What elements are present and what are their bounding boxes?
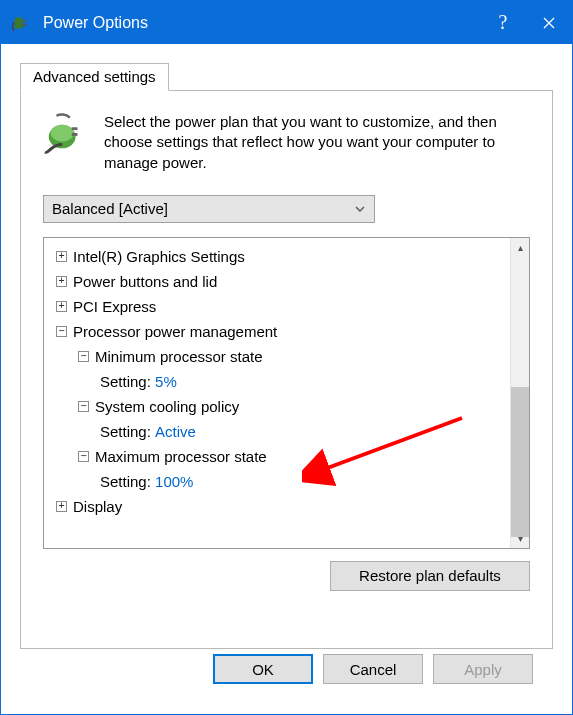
settings-tree[interactable]: + Intel(R) Graphics Settings + Power but…: [44, 238, 510, 548]
settings-tree-container: + Intel(R) Graphics Settings + Power but…: [43, 237, 530, 549]
svg-rect-0: [15, 17, 23, 28]
power-plan-icon: [43, 110, 89, 156]
expand-icon[interactable]: +: [56, 501, 67, 512]
tree-item-display[interactable]: + Display: [50, 494, 510, 519]
dialog-content: Advanced settings Select the power plan …: [1, 44, 572, 714]
apply-button: Apply: [433, 654, 533, 684]
collapse-icon[interactable]: −: [78, 451, 89, 462]
help-button[interactable]: ?: [480, 1, 526, 44]
svg-rect-5: [72, 127, 78, 130]
intro-text: Select the power plan that you want to c…: [104, 110, 530, 173]
window-title: Power Options: [43, 14, 480, 32]
tree-item-power-buttons[interactable]: + Power buttons and lid: [50, 269, 510, 294]
expand-icon[interactable]: +: [56, 301, 67, 312]
restore-defaults-button[interactable]: Restore plan defaults: [330, 561, 530, 591]
plan-selected-label: Balanced [Active]: [52, 200, 168, 217]
tree-item-intel-graphics[interactable]: + Intel(R) Graphics Settings: [50, 244, 510, 269]
scroll-thumb[interactable]: [511, 387, 529, 537]
tab-strip: Advanced settings: [20, 62, 553, 90]
svg-rect-2: [23, 23, 27, 25]
tree-item-max-processor-state[interactable]: − Maximum processor state: [50, 444, 510, 469]
tree-item-processor-power[interactable]: − Processor power management: [50, 319, 510, 344]
dialog-button-row: OK Cancel Apply: [20, 649, 553, 704]
chevron-down-icon: [354, 203, 366, 215]
plan-select[interactable]: Balanced [Active]: [43, 195, 375, 223]
ok-button[interactable]: OK: [213, 654, 313, 684]
max-processor-value[interactable]: 100%: [155, 473, 193, 490]
titlebar: Power Options ?: [1, 1, 572, 44]
collapse-icon[interactable]: −: [56, 326, 67, 337]
min-processor-value[interactable]: 5%: [155, 373, 177, 390]
scroll-track[interactable]: [511, 257, 529, 529]
tab-advanced-settings[interactable]: Advanced settings: [20, 63, 169, 91]
scrollbar[interactable]: ▴ ▾: [510, 238, 529, 548]
svg-rect-6: [72, 133, 78, 136]
tree-item-min-processor-state[interactable]: − Minimum processor state: [50, 344, 510, 369]
tree-item-cooling-setting[interactable]: Setting: Active: [50, 419, 510, 444]
intro-row: Select the power plan that you want to c…: [43, 110, 530, 173]
tab-panel: Select the power plan that you want to c…: [20, 90, 553, 649]
svg-rect-1: [23, 20, 27, 22]
close-button[interactable]: [526, 1, 572, 44]
power-plug-icon: [11, 12, 33, 34]
tree-item-min-setting[interactable]: Setting: 5%: [50, 369, 510, 394]
tree-item-max-setting[interactable]: Setting: 100%: [50, 469, 510, 494]
tree-item-cooling-policy[interactable]: − System cooling policy: [50, 394, 510, 419]
svg-point-4: [51, 124, 74, 141]
tree-item-pci-express[interactable]: + PCI Express: [50, 294, 510, 319]
scroll-up-button[interactable]: ▴: [511, 238, 529, 257]
expand-icon[interactable]: +: [56, 251, 67, 262]
expand-icon[interactable]: +: [56, 276, 67, 287]
cancel-button[interactable]: Cancel: [323, 654, 423, 684]
cooling-value[interactable]: Active: [155, 423, 196, 440]
collapse-icon[interactable]: −: [78, 401, 89, 412]
collapse-icon[interactable]: −: [78, 351, 89, 362]
